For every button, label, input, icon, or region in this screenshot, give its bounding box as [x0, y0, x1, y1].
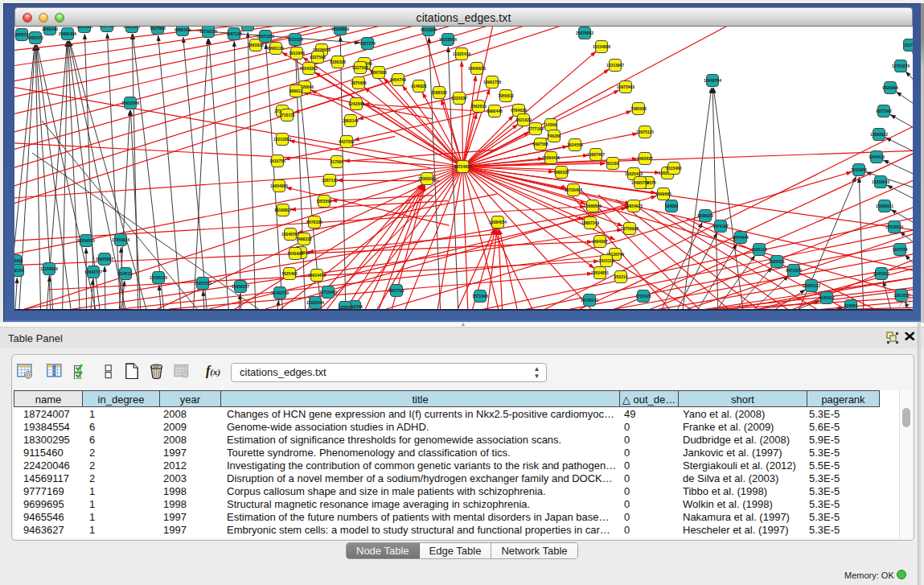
svg-text:17359924: 17359924	[112, 237, 129, 242]
svg-text:1167534: 1167534	[892, 247, 907, 252]
svg-text:39154: 39154	[14, 268, 23, 273]
svg-text:8938923: 8938923	[697, 213, 713, 218]
svg-text:7663822: 7663822	[248, 43, 264, 47]
svg-text:10154808: 10154808	[593, 44, 610, 49]
svg-text:1621022: 1621022	[515, 117, 532, 122]
svg-text:30975867: 30975867	[96, 257, 113, 262]
svg-text:10025433: 10025433	[625, 171, 643, 176]
svg-text:12093822: 12093822	[870, 132, 888, 137]
svg-text:15495756: 15495756	[631, 180, 649, 185]
svg-text:19654923: 19654923	[625, 204, 643, 208]
svg-text:15720407: 15720407	[565, 187, 582, 192]
svg-text:9474444: 9474444	[733, 235, 749, 240]
svg-text:9463627: 9463627	[637, 156, 653, 161]
svg-text:164095: 164095	[665, 204, 679, 208]
svg-text:17957255: 17957255	[194, 281, 211, 286]
svg-text:18807249: 18807249	[581, 220, 599, 225]
svg-text:3215958: 3215958	[851, 167, 867, 172]
svg-text:9777169: 9777169	[528, 126, 544, 131]
svg-text:8454749: 8454749	[390, 77, 406, 82]
svg-text:10655267: 10655267	[123, 27, 141, 29]
svg-text:16782759: 16782759	[271, 290, 289, 295]
svg-text:12505135: 12505135	[150, 275, 167, 280]
svg-text:12923446: 12923446	[306, 300, 324, 305]
svg-text:1588520: 1588520	[431, 90, 447, 95]
svg-text:746266: 746266	[548, 134, 561, 138]
svg-text:19166827: 19166827	[274, 208, 292, 212]
svg-text:10654112: 10654112	[803, 283, 820, 288]
svg-text:5322037: 5322037	[451, 96, 467, 101]
svg-text:14369: 14369	[545, 122, 556, 127]
svg-text:1527602: 1527602	[150, 27, 166, 31]
svg-text:6479197: 6479197	[713, 224, 729, 229]
svg-text:2803144: 2803144	[343, 118, 359, 123]
svg-text:924561: 924561	[844, 303, 858, 308]
svg-text:751552: 751552	[241, 27, 255, 27]
svg-text:16640910: 16640910	[468, 66, 486, 71]
svg-text:20691406: 20691406	[59, 31, 76, 36]
svg-text:9115460: 9115460	[666, 166, 681, 171]
svg-text:15692911: 15692911	[876, 204, 893, 208]
svg-text:8427552: 8427552	[339, 139, 355, 144]
svg-text:2718171: 2718171	[279, 113, 295, 117]
svg-text:1610755: 1610755	[269, 159, 285, 163]
svg-text:1405572: 1405572	[27, 35, 43, 40]
svg-text:10807487: 10807487	[587, 152, 605, 157]
svg-text:14914479: 14914479	[308, 273, 326, 278]
svg-text:8990448: 8990448	[487, 109, 503, 113]
svg-text:8678335: 8678335	[306, 220, 322, 225]
svg-text:9327509: 9327509	[310, 55, 326, 60]
svg-text:2867608: 2867608	[371, 70, 387, 75]
svg-text:8660124: 8660124	[268, 46, 284, 51]
svg-text:1667135: 1667135	[226, 31, 242, 36]
svg-text:14136141: 14136141	[581, 298, 598, 303]
svg-text:1353594: 1353594	[316, 199, 332, 204]
svg-text:2069140: 2069140	[42, 27, 58, 31]
svg-text:26206535: 26206535	[77, 238, 95, 243]
svg-text:17016534: 17016534	[885, 225, 903, 229]
svg-text:19384554: 19384554	[489, 220, 507, 225]
svg-text:23300295: 23300295	[418, 176, 436, 181]
svg-text:1065526: 1065526	[76, 27, 92, 29]
svg-text:16648784: 16648784	[704, 78, 721, 83]
svg-text:8813054: 8813054	[421, 27, 437, 32]
svg-text:19654985: 19654985	[270, 183, 288, 188]
svg-text:9529966: 9529966	[882, 85, 898, 90]
svg-text:7357274: 7357274	[359, 41, 376, 46]
svg-text:18724007: 18724007	[454, 164, 471, 169]
svg-text:3624554: 3624554	[567, 142, 583, 147]
svg-text:16543382: 16543382	[300, 66, 318, 71]
svg-text:1562615: 1562615	[470, 104, 487, 109]
svg-text:7485063: 7485063	[630, 106, 647, 111]
svg-text:9245612: 9245612	[819, 295, 835, 300]
svg-text:16210643: 16210643	[872, 179, 889, 184]
svg-text:7632621: 7632621	[769, 259, 785, 264]
svg-text:114519: 114519	[119, 271, 133, 276]
svg-text:11174: 11174	[904, 43, 913, 47]
svg-text:11325419: 11325419	[453, 51, 470, 56]
svg-text:9227342: 9227342	[876, 109, 892, 113]
svg-text:252214: 252214	[614, 274, 628, 279]
svg-text:417006: 417006	[331, 159, 344, 164]
svg-text:3498222: 3498222	[296, 237, 312, 241]
svg-text:16033809: 16033809	[331, 27, 349, 31]
svg-text:10958107: 10958107	[232, 284, 249, 289]
svg-text:1935061: 1935061	[14, 258, 23, 263]
svg-text:16671355: 16671355	[257, 34, 274, 39]
svg-text:16961758: 16961758	[483, 80, 501, 84]
svg-text:1244419: 1244419	[869, 154, 885, 159]
svg-text:7986322: 7986322	[553, 170, 569, 175]
svg-text:13524851: 13524851	[591, 270, 609, 275]
svg-text:3912954: 3912954	[289, 51, 305, 56]
svg-text:1733426: 1733426	[635, 294, 651, 299]
svg-text:1527602: 1527602	[99, 27, 115, 28]
svg-text:6966160: 6966160	[175, 27, 191, 32]
svg-text:19218506: 19218506	[439, 37, 457, 42]
svg-text:9146821: 9146821	[411, 84, 427, 89]
svg-text:8471676: 8471676	[786, 268, 802, 273]
svg-text:6497568: 6497568	[532, 142, 548, 146]
svg-text:12213967: 12213967	[606, 63, 624, 68]
svg-text:10973493: 10973493	[617, 84, 634, 89]
svg-text:1201035: 1201035	[893, 293, 910, 298]
svg-text:7625402: 7625402	[281, 271, 298, 276]
